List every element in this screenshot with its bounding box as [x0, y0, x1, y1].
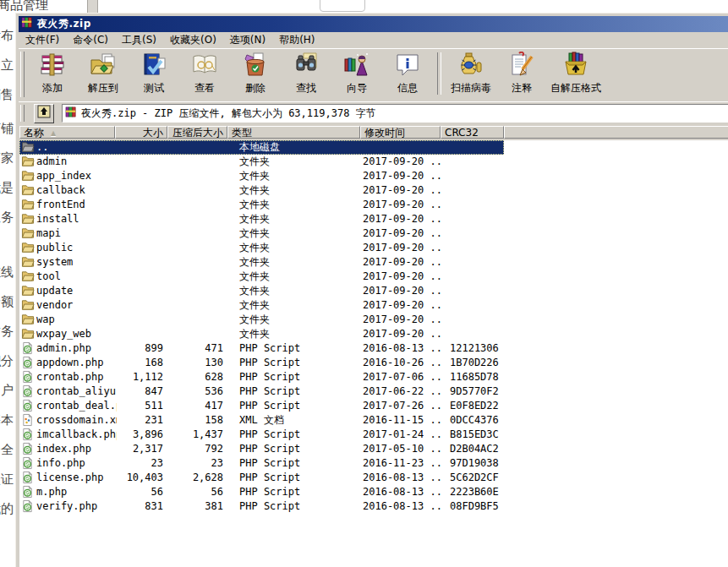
packed-size: [167, 270, 223, 284]
file-type: PHP Script: [227, 456, 357, 471]
column-header-type[interactable]: 类型: [227, 126, 360, 139]
archive-path-field[interactable]: 夜火秀.zip - ZIP 压缩文件, 解包大小为 63,119,378 字节: [62, 104, 728, 123]
find-button[interactable]: 查找: [281, 49, 331, 100]
table-row[interactable]: vendor文件夹2017-09-20 ...: [19, 298, 728, 313]
file-name: ..: [36, 140, 117, 155]
wizard-button[interactable]: 向导: [331, 49, 382, 100]
menu-item-收藏夹O[interactable]: 收藏夹(O): [163, 31, 223, 49]
table-row[interactable]: wap文件夹2017-09-20 ...: [19, 313, 728, 327]
table-row[interactable]: app_index文件夹2017-09-20 ...: [19, 169, 728, 183]
table-row[interactable]: index.php2,317792PHP Script2017-05-10 ..…: [19, 442, 728, 456]
extract-button[interactable]: 解压到: [78, 49, 129, 100]
comment-button[interactable]: 注释: [496, 49, 547, 100]
delete-label: 删除: [245, 81, 265, 95]
table-row[interactable]: public文件夹2017-09-20 ...: [19, 241, 728, 255]
menu-item-命令C[interactable]: 命令(C): [66, 31, 115, 49]
extract-label: 解压到: [88, 81, 118, 95]
table-row[interactable]: license.php10,4032,628PHP Script2016-08-…: [19, 471, 728, 485]
file-name: system: [36, 255, 117, 270]
table-row[interactable]: crontab.php1,112628PHP Script2017-07-06 …: [19, 370, 728, 384]
table-row[interactable]: system文件夹2017-09-20 ...: [19, 255, 728, 270]
table-row[interactable]: appdown.php168130PHP Script2016-10-26 ..…: [19, 356, 728, 370]
file-type: PHP Script: [227, 485, 357, 499]
title-bar[interactable]: 夜火秀.zip: [19, 16, 728, 32]
crc32-value: [441, 198, 504, 212]
addressbar-grip[interactable]: [20, 105, 25, 122]
crc32-value: D2B04AC2: [441, 442, 504, 456]
add-button[interactable]: 添加: [27, 49, 78, 100]
up-directory-button[interactable]: [34, 104, 54, 123]
column-header-packed[interactable]: 压缩后大小: [167, 126, 227, 139]
file-type: 文件夹: [227, 270, 357, 284]
menu-item-文件F[interactable]: 文件(F): [19, 31, 66, 49]
file-type: 文件夹: [227, 327, 357, 341]
table-row[interactable]: ..本地磁盘: [19, 140, 728, 155]
table-row[interactable]: update文件夹2017-09-20 ...: [19, 284, 728, 298]
table-row[interactable]: tool文件夹2017-09-20 ...: [19, 270, 728, 284]
folder-icon: [21, 255, 35, 269]
packed-size: 56: [167, 485, 223, 499]
table-row[interactable]: m.php5656PHP Script2016-08-13 ...2223B60…: [19, 485, 728, 499]
table-row[interactable]: crontab_deal.php511417PHP Script2017-07-…: [19, 399, 728, 413]
table-row[interactable]: crontab_aliyu...847536PHP Script2017-06-…: [19, 384, 728, 399]
window-title: 夜火秀.zip: [37, 17, 91, 31]
test-button[interactable]: 测试: [129, 49, 179, 100]
file-type: 文件夹: [227, 226, 357, 241]
file-size: 10,403: [115, 471, 163, 485]
info-button[interactable]: 信息: [382, 49, 433, 100]
comment-icon: [507, 51, 536, 79]
scan-label: 扫描病毒: [451, 81, 491, 95]
table-row[interactable]: install文件夹2017-09-20 ...: [19, 212, 728, 226]
sfx-button[interactable]: 自解压格式: [547, 49, 605, 100]
file-name: install: [36, 212, 117, 226]
column-header-mod[interactable]: 修改时间: [360, 126, 441, 139]
add-archive-icon: [38, 51, 67, 79]
table-row[interactable]: frontEnd文件夹2017-09-20 ...: [19, 198, 728, 212]
menu-item-选项N[interactable]: 选项(N): [223, 31, 272, 49]
crc32-value: [441, 241, 504, 255]
file-size: [115, 169, 163, 183]
test-label: 测试: [144, 81, 164, 95]
modified-time: 2017-09-20 ...: [360, 284, 441, 298]
scan-button[interactable]: 扫描病毒: [446, 49, 496, 100]
column-header-size[interactable]: 大小: [115, 126, 167, 139]
file-name: wxpay_web: [36, 327, 117, 341]
table-row[interactable]: imcallback.php3,8961,437PHP Script2017-0…: [19, 428, 728, 442]
background-left-menu-fragments: 发布建立销售店铺商家我是服务在线余额财务积分用户基本安全认证我的: [0, 0, 14, 567]
toolbar-grip[interactable]: [20, 52, 25, 97]
table-row[interactable]: callback文件夹2017-09-20 ...: [19, 183, 728, 198]
file-size: 168: [115, 356, 163, 370]
php-icon: [21, 370, 35, 384]
file-name: crontab_deal.php: [36, 399, 117, 413]
file-size: 1,112: [115, 370, 163, 384]
modified-time: 2016-10-26 ...: [360, 356, 441, 370]
table-row[interactable]: info.php2323PHP Script2016-11-23 ...97D1…: [19, 456, 728, 471]
modified-time: [360, 140, 441, 155]
table-row[interactable]: mapi文件夹2017-09-20 ...: [19, 226, 728, 241]
php-icon: [21, 428, 35, 441]
menu-item-帮助H[interactable]: 帮助(H): [272, 31, 321, 49]
table-row[interactable]: admin.php899471PHP Script2016-08-13 ...1…: [19, 341, 728, 356]
view-button[interactable]: 查看: [179, 49, 230, 100]
address-bar: 夜火秀.zip - ZIP 压缩文件, 解包大小为 63,119,378 字节: [19, 101, 728, 124]
up-icon: [21, 140, 35, 154]
column-header-name[interactable]: 名称▲: [19, 126, 115, 139]
table-row[interactable]: wxpay_web文件夹2017-09-20 ...: [19, 327, 728, 341]
file-type: PHP Script: [227, 428, 357, 442]
table-row[interactable]: admin文件夹2017-09-20 ...: [19, 155, 728, 169]
column-header-crc[interactable]: CRC32: [441, 126, 504, 139]
packed-size: [167, 327, 223, 341]
modified-time: 2017-09-20 ...: [360, 255, 441, 270]
table-row[interactable]: verify.php831381PHP Script2016-08-13 ...…: [19, 499, 728, 514]
menu-item-工具S[interactable]: 工具(S): [115, 31, 163, 49]
packed-size: [167, 255, 223, 270]
delete-button[interactable]: 删除: [230, 49, 281, 100]
background-menu-item-fragment: 销售: [0, 87, 14, 103]
background-menu-item-fragment: 服务: [0, 210, 14, 226]
winrar-window: 夜火秀.zip 文件(F)命令(C)工具(S)收藏夹(O)选项(N)帮助(H) …: [15, 13, 728, 567]
file-name: admin: [36, 155, 117, 169]
table-row[interactable]: crossdomain.xml231158XML 文档2016-11-15 ..…: [19, 413, 728, 428]
folder-icon: [21, 198, 35, 211]
sort-ascending-icon: ▲: [51, 129, 56, 137]
crc32-value: 1B70D226: [441, 356, 504, 370]
